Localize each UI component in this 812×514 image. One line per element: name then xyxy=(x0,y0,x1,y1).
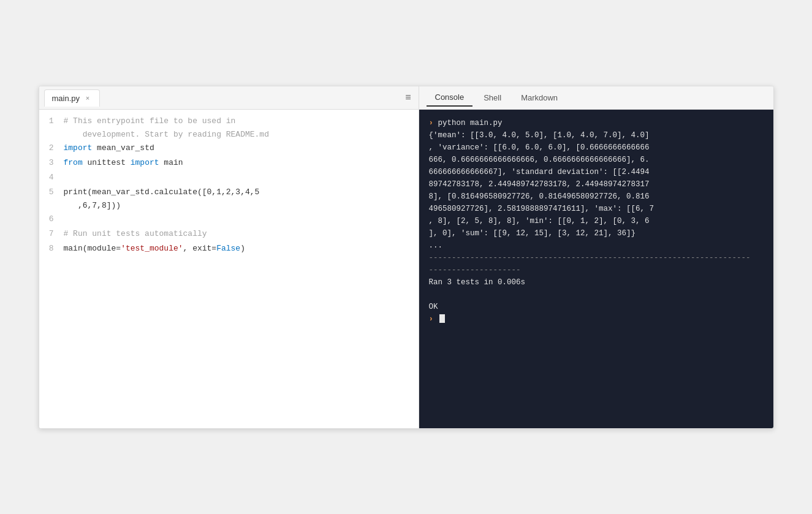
console-divider: ----------------------------------------… xyxy=(429,252,764,264)
line-number: 1 xyxy=(39,115,64,128)
code-line: 1 # This entrypoint file to be used in d… xyxy=(39,115,419,142)
line-number: 7 xyxy=(39,227,64,241)
line-content: # This entrypoint file to be used in dev… xyxy=(64,115,419,142)
line-content: main(module='test_module', exit=False) xyxy=(64,242,419,255)
console-line: Ran 3 tests in 0.006s xyxy=(429,276,764,289)
line-number: 3 xyxy=(39,156,64,170)
console-line: › python main.py xyxy=(429,117,764,129)
line-number: 2 xyxy=(39,142,64,155)
code-line: 5 print(mean_var_std.calculate([0,1,2,3,… xyxy=(39,186,419,213)
cursor-block xyxy=(439,314,445,323)
code-line: 6 xyxy=(39,213,419,227)
console-line: ... xyxy=(429,240,764,252)
code-line: 4 xyxy=(39,171,419,186)
tab-group: main.py × xyxy=(44,89,101,106)
line-content: print(mean_var_std.calculate([0,1,2,3,4,… xyxy=(64,186,419,213)
prompt-arrow: › xyxy=(429,315,434,323)
tab-close-button[interactable]: × xyxy=(83,94,92,102)
tab-label: main.py xyxy=(52,94,80,103)
console-prompt-empty: › xyxy=(429,313,764,325)
tab-shell[interactable]: Shell xyxy=(475,89,510,106)
editor-content: 1 # This entrypoint file to be used in d… xyxy=(39,110,419,428)
console-output[interactable]: › python main.py {'mean': [[3.0, 4.0, 5.… xyxy=(419,110,773,428)
code-line: 3 from unittest import main xyxy=(39,156,419,171)
code-line: 8 main(module='test_module', exit=False) xyxy=(39,242,419,257)
console-divider-short: -------------------- xyxy=(429,264,764,276)
console-tabs: Console Shell Markdown xyxy=(419,86,773,110)
line-content: import mean_var_std xyxy=(64,142,419,155)
ide-container: main.py × ≡ 1 # This entrypoint file to … xyxy=(39,86,774,429)
console-blank xyxy=(429,289,764,301)
console-line: {'mean': [[3.0, 4.0, 5.0], [1.0, 4.0, 7.… xyxy=(429,129,764,240)
console-ok: OK xyxy=(429,301,764,313)
line-content: from unittest import main xyxy=(64,156,419,170)
prompt-icon: › xyxy=(429,119,434,127)
code-line: 7 # Run unit tests automatically xyxy=(39,227,419,242)
line-number: 8 xyxy=(39,242,64,255)
console-panel: Console Shell Markdown › python main.py … xyxy=(419,86,773,428)
editor-panel: main.py × ≡ 1 # This entrypoint file to … xyxy=(39,86,419,428)
line-number: 5 xyxy=(39,186,64,199)
editor-tab-main-py[interactable]: main.py × xyxy=(44,89,101,107)
line-number: 6 xyxy=(39,213,64,226)
tab-markdown[interactable]: Markdown xyxy=(512,89,566,106)
tab-console[interactable]: Console xyxy=(427,89,473,107)
line-content: # Run unit tests automatically xyxy=(64,227,419,241)
line-number: 4 xyxy=(39,171,64,184)
code-line: 2 import mean_var_std xyxy=(39,142,419,156)
editor-menu-icon[interactable]: ≡ xyxy=(403,89,413,105)
editor-tabs: main.py × ≡ xyxy=(39,86,419,110)
